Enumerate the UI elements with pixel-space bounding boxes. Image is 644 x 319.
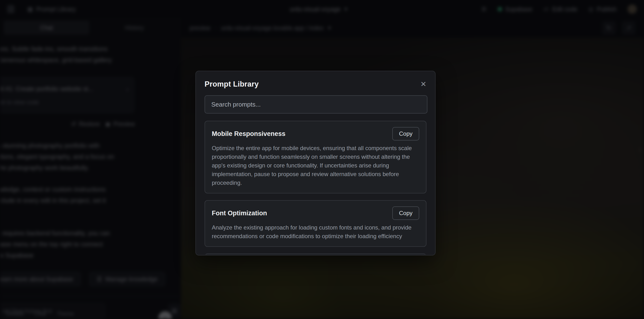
prompt-card-font-optimization[interactable]: Font Optimization Copy Analyze the exist… <box>204 200 426 247</box>
close-icon[interactable]: ✕ <box>420 80 426 88</box>
prompt-library-modal: Prompt Library ✕ Mobile Responsiveness C… <box>196 71 436 256</box>
prompt-description: Optimize the entire app for mobile devic… <box>212 144 419 187</box>
copy-button[interactable]: Copy <box>392 206 419 220</box>
prompt-description: Analyze the existing approach for loadin… <box>212 223 419 240</box>
screen: ▦ Prompt Library urdu-visual-voyage ▾ ⚙ … <box>0 0 644 319</box>
prompt-title: Mobile Responsiveness <box>212 130 286 138</box>
copy-button[interactable]: Copy <box>392 127 419 140</box>
prompt-list: Mobile Responsiveness Copy Optimize the … <box>204 121 426 254</box>
prompt-title: Font Optimization <box>212 210 267 217</box>
modal-title: Prompt Library <box>204 80 259 88</box>
prompt-card-mobile-responsiveness[interactable]: Mobile Responsiveness Copy Optimize the … <box>204 121 426 194</box>
prompt-card-partial[interactable] <box>204 254 426 254</box>
search-input[interactable] <box>204 95 428 114</box>
